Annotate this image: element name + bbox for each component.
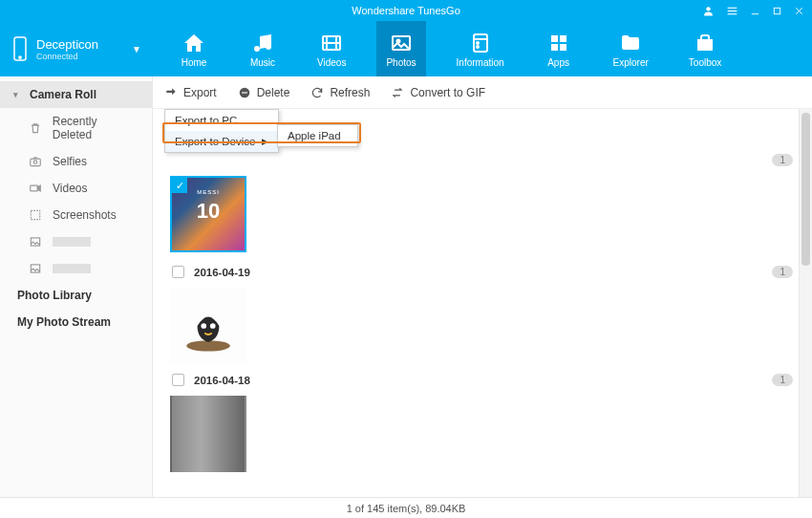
- sidebar-item-camera-roll[interactable]: ▾ Camera Roll: [0, 81, 152, 108]
- convert-gif-button[interactable]: Convert to GIF: [391, 86, 485, 99]
- photo-thumbnail[interactable]: [170, 288, 246, 364]
- tab-explorer[interactable]: Explorer: [604, 21, 658, 76]
- status-text: 1 of 145 item(s), 89.04KB: [347, 503, 466, 514]
- screenshot-icon: [27, 208, 44, 222]
- checkbox[interactable]: [172, 374, 184, 386]
- user-icon[interactable]: [702, 5, 715, 17]
- tab-information[interactable]: Information: [447, 21, 514, 76]
- music-icon: [251, 31, 274, 55]
- device-name: Decepticon: [36, 37, 132, 52]
- trash-icon: [27, 121, 44, 135]
- sidebar-item-label: Screenshots: [53, 208, 117, 222]
- photo-thumbnail[interactable]: ✓: [170, 176, 246, 252]
- tab-label: Information: [457, 57, 504, 68]
- sidebar-item-videos[interactable]: Videos: [0, 175, 152, 202]
- chevron-down-icon: ▼: [132, 44, 141, 54]
- nav-tabs: Home Music Videos Photos Information App…: [153, 21, 748, 76]
- refresh-button[interactable]: Refresh: [310, 86, 370, 99]
- group-date: 2016-04-18: [194, 375, 250, 386]
- sidebar-item-selfies[interactable]: Selfies: [0, 148, 152, 175]
- chevron-down-icon: ▾: [13, 90, 21, 99]
- button-label: Export: [183, 86, 217, 99]
- sidebar-item-blurred-1[interactable]: [0, 228, 152, 255]
- svg-rect-3: [728, 13, 737, 14]
- device-info: Decepticon Connected: [36, 37, 132, 61]
- group-date: 2016-04-19: [194, 267, 250, 278]
- svg-point-34: [210, 323, 216, 329]
- tab-label: Photos: [386, 57, 416, 68]
- export-button[interactable]: Export: [164, 86, 217, 99]
- chevron-right-icon: ▶: [262, 137, 268, 146]
- delete-icon: [238, 86, 251, 99]
- sidebar-item-my-photo-stream[interactable]: My Photo Stream: [0, 309, 152, 335]
- group-header[interactable]: 2016-04-18 1: [170, 369, 795, 391]
- checkmark-icon: ✓: [172, 178, 187, 193]
- count-badge: 1: [772, 374, 793, 386]
- count-badge: 1: [772, 154, 793, 166]
- tab-photos[interactable]: Photos: [376, 21, 425, 76]
- titlebar: Wondershare TunesGo: [0, 0, 812, 21]
- tab-label: Apps: [547, 57, 569, 68]
- svg-rect-1: [728, 7, 737, 8]
- svg-rect-4: [752, 13, 759, 14]
- sidebar-item-screenshots[interactable]: Screenshots: [0, 202, 152, 228]
- scrollbar[interactable]: [799, 109, 812, 497]
- tab-videos[interactable]: Videos: [308, 21, 355, 76]
- photo-thumbnail[interactable]: [170, 396, 246, 472]
- minimize-icon[interactable]: [750, 6, 760, 16]
- sidebar-item-label: Camera Roll: [30, 88, 96, 101]
- sidebar-item-recently-deleted[interactable]: Recently Deleted: [0, 108, 152, 148]
- group-header[interactable]: 2016-04-19 1: [170, 261, 795, 283]
- svg-rect-26: [31, 185, 38, 191]
- statusbar: 1 of 145 item(s), 89.04KB: [0, 497, 812, 518]
- export-to-pc[interactable]: Export to PC: [165, 110, 278, 131]
- sidebar: ▾ Camera Roll Recently Deleted Selfies V…: [0, 76, 153, 497]
- header: Decepticon Connected ▼ Home Music Videos…: [0, 21, 812, 76]
- sidebar-item-label: My Photo Stream: [17, 315, 111, 329]
- checkbox[interactable]: [172, 266, 184, 278]
- tab-toolbox[interactable]: Toolbox: [679, 21, 731, 76]
- maximize-icon[interactable]: [772, 6, 782, 16]
- convert-icon: [391, 86, 404, 99]
- refresh-icon: [310, 86, 324, 99]
- svg-rect-27: [31, 210, 39, 219]
- button-label: Refresh: [330, 86, 370, 99]
- menu-icon[interactable]: [726, 5, 738, 17]
- tab-apps[interactable]: Apps: [535, 21, 583, 76]
- device-selector[interactable]: Decepticon Connected ▼: [0, 21, 153, 76]
- tab-label: Toolbox: [689, 57, 721, 68]
- sidebar-item-blurred-2[interactable]: [0, 255, 152, 282]
- main: Export Delete Refresh Convert to GIF Exp…: [153, 76, 812, 497]
- tab-label: Home: [182, 57, 207, 68]
- export-to-device[interactable]: Export to Device ▶: [165, 131, 278, 152]
- tab-label: Music: [250, 57, 275, 68]
- svg-rect-2: [728, 10, 737, 11]
- export-target-apple-ipad[interactable]: Apple iPad: [278, 125, 357, 146]
- svg-rect-21: [560, 35, 566, 42]
- sidebar-item-label: Recently Deleted: [53, 115, 139, 141]
- tab-home[interactable]: Home: [170, 21, 218, 76]
- content: 1 ✓ 2016-04-19 1 2016-04-18 1: [153, 109, 812, 497]
- camera-icon: [27, 155, 44, 168]
- tab-music[interactable]: Music: [239, 21, 287, 76]
- blurred-label: [53, 264, 91, 273]
- tab-label: Videos: [317, 57, 346, 68]
- app-title: Wondershare TunesGo: [352, 5, 460, 16]
- image-icon: [27, 235, 44, 248]
- svg-point-0: [706, 7, 710, 11]
- explorer-icon: [619, 31, 642, 55]
- delete-button[interactable]: Delete: [238, 86, 290, 99]
- menu-label: Export to PC: [175, 115, 237, 126]
- button-label: Delete: [257, 86, 290, 99]
- sidebar-item-photo-library[interactable]: Photo Library: [0, 282, 152, 309]
- image-icon: [27, 262, 44, 275]
- device-status: Connected: [36, 52, 132, 61]
- svg-point-19: [477, 46, 479, 48]
- svg-rect-24: [31, 159, 41, 166]
- close-icon[interactable]: [794, 6, 804, 16]
- menu-label: Export to Device: [175, 136, 255, 147]
- body: ▾ Camera Roll Recently Deleted Selfies V…: [0, 76, 812, 497]
- scrollbar-thumb[interactable]: [801, 113, 810, 266]
- svg-point-25: [33, 161, 37, 164]
- export-icon: [164, 86, 178, 99]
